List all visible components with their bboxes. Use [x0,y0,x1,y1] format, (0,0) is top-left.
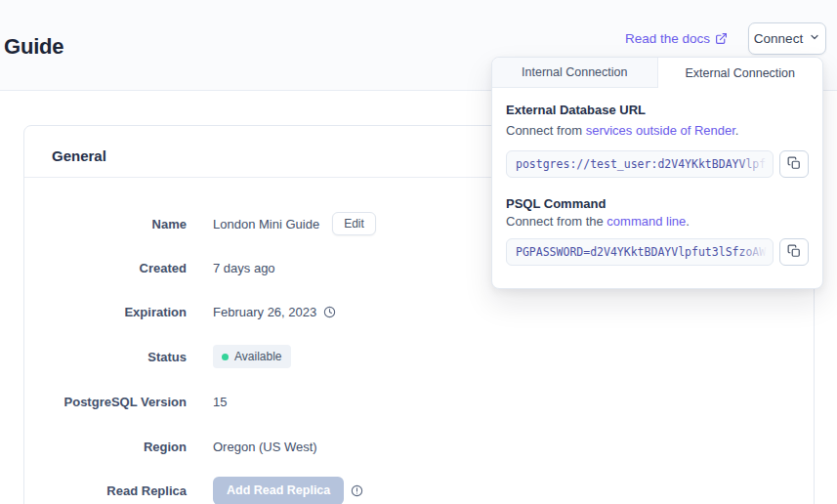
connect-button[interactable]: Connect [748,22,826,55]
psql-command-desc-text: Connect from the [506,214,607,229]
connection-tabs: Internal Connection External Connection [492,58,822,88]
psql-command-description: Connect from the command line. [506,214,809,229]
name-value: London Mini Guide [213,217,319,231]
created-value: 7 days ago [213,261,275,275]
expiration-row: Expiration February 26, 2023 [24,299,814,324]
created-label: Created [24,261,187,275]
region-row: Region Oregon (US West) [24,434,814,459]
external-db-url-desc-text: Connect from [506,123,586,138]
copy-icon [787,244,801,261]
read-the-docs-link[interactable]: Read the docs [625,31,728,46]
tab-internal-connection[interactable]: Internal Connection [492,58,658,88]
page-title: Guide [4,34,63,60]
chevron-down-icon [809,31,820,46]
services-outside-render-link[interactable]: services outside of Render [586,123,735,138]
external-db-url-desc-period: . [735,123,739,138]
connect-dropdown-panel: Internal Connection External Connection … [491,57,823,289]
external-db-url-field[interactable]: postgres://test_user:d2V4YKktBDAYVlpfut3… [506,150,774,178]
expiration-clock-icon[interactable] [323,306,336,318]
read-replica-info-icon[interactable] [351,484,363,497]
external-db-url-description: Connect from services outside of Render. [506,123,809,138]
region-label: Region [24,440,187,454]
psql-command-desc-period: . [686,214,690,229]
tab-external-connection[interactable]: External Connection [658,58,823,88]
name-label: Name [24,217,187,231]
status-row: Status Available [24,344,814,369]
expiration-value: February 26, 2023 [213,305,316,319]
copy-icon [787,156,801,173]
read-replica-row: Read Replica Add Read Replica [24,478,814,503]
psql-command-value: PGPASSWORD=d2V4YKktBDAYVlpfut3lSfzoAWhwb… [516,245,774,259]
status-dot-icon [222,354,229,360]
copy-external-db-url-button[interactable] [779,150,809,178]
external-db-url-value: postgres://test_user:d2V4YKktBDAYVlpfut3… [516,157,774,171]
status-badge-text: Available [234,350,281,363]
psql-command-field[interactable]: PGPASSWORD=d2V4YKktBDAYVlpfut3lSfzoAWhwb… [506,238,774,266]
external-connection-content: External Database URL Connect from servi… [492,103,822,266]
copy-psql-command-button[interactable] [779,238,809,266]
read-replica-label: Read Replica [24,483,187,498]
region-value: Oregon (US West) [213,440,317,454]
command-line-link[interactable]: command line [607,214,686,229]
postgres-version-label: PostgreSQL Version [24,395,187,409]
connect-button-label: Connect [754,31,803,46]
edit-name-button[interactable]: Edit [332,212,376,235]
read-the-docs-label: Read the docs [625,31,710,46]
add-read-replica-button[interactable]: Add Read Replica [213,477,344,504]
external-link-icon [715,32,728,45]
postgres-version-value: 15 [213,395,227,409]
external-db-url-title: External Database URL [506,103,809,117]
status-badge: Available [213,345,291,368]
postgres-version-row: PostgreSQL Version 15 [24,389,814,414]
status-label: Status [24,350,187,364]
psql-command-title: PSQL Command [506,196,809,211]
expiration-label: Expiration [24,305,187,319]
